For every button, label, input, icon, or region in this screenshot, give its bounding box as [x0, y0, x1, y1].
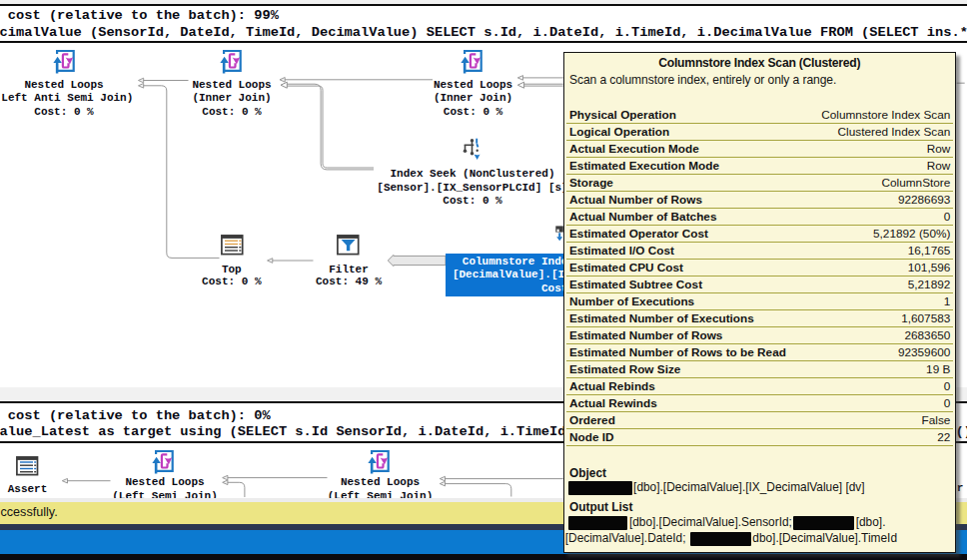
nested-loops-icon: [153, 448, 177, 474]
taskbar-black: [0, 554, 967, 560]
tooltip-row-separator: [566, 191, 954, 192]
tooltip-row-separator: [566, 326, 954, 327]
tooltip-output-part4: dbo].[DecimalValue].TimeId: [752, 531, 897, 545]
tooltip-row-label: Estimated Subtree Cost: [569, 278, 702, 291]
tooltip-description: Scan a columnstore index, entirely or on…: [569, 73, 836, 87]
tooltip-row-value: 19 B: [926, 362, 950, 376]
assert-icon: [16, 456, 39, 476]
tooltip-row-separator: [566, 259, 954, 260]
tooltip-row-value: 0: [944, 210, 951, 224]
tooltip-row-value: Clustered Index Scan: [838, 125, 951, 139]
tooltip-row-label: Actual Number of Rows: [569, 193, 702, 207]
nested-loops-icon: [462, 48, 485, 74]
tooltip-row-value: 5,21892 (50%): [873, 227, 950, 241]
tooltip-row-value: 2683650: [904, 328, 950, 342]
tooltip-row-label: Estimated Number of Rows to be Read: [569, 345, 786, 359]
operator-tooltip: Columnstore Index Scan (Clustered) Scan …: [563, 52, 956, 554]
tooltip-row-value: ColumnStore: [882, 176, 951, 190]
tooltip-row-label: Ordered: [569, 413, 615, 427]
redaction-box: [793, 516, 854, 530]
tooltip-row-label: Estimated I/O Cost: [569, 244, 674, 258]
tooltip-row-label: Estimated CPU Cost: [569, 261, 683, 275]
tooltip-row-value: 92359600: [898, 345, 951, 359]
tooltip-row-value: 0: [944, 379, 951, 393]
tooltip-row-value: Row: [927, 159, 951, 173]
execution-plan-window: cost (relative to the batch): 99% cimalV…: [0, 0, 967, 560]
tooltip-row-value: 101,596: [908, 261, 951, 275]
tooltip-row-value: Row: [927, 142, 951, 156]
tooltip-row-label: Estimated Operator Cost: [569, 227, 708, 241]
tooltip-row-separator: [566, 242, 954, 243]
filter-icon: [337, 235, 360, 256]
tooltip-row-value: Columnstore Index Scan: [821, 108, 950, 122]
tooltip-row-separator: [566, 276, 954, 277]
tooltip-row-value: 1,607583: [901, 311, 950, 325]
tooltip-row-value: 5,21892: [908, 278, 951, 291]
tooltip-object-value: [dbo].[DecimalValue].[IX_DecimalValue] […: [633, 480, 865, 494]
tooltip-row-separator: [566, 360, 954, 361]
index-seek-icon: [460, 134, 486, 162]
tooltip-row-separator: [566, 343, 954, 344]
tooltip-row-label: Actual Rewinds: [569, 396, 657, 410]
tooltip-row-label: Estimated Number of Executions: [569, 311, 754, 325]
nested-loops-icon: [221, 48, 245, 74]
hidden-node-label-fragment: r: [957, 482, 964, 494]
tooltip-row-label: Estimated Execution Mode: [569, 159, 719, 173]
tooltip-row-separator: [566, 411, 954, 412]
redaction-box: [568, 516, 627, 530]
tooltip-row-label: Storage: [569, 176, 613, 190]
tooltip-row-separator: [566, 292, 954, 293]
tooltip-row-separator: [566, 174, 954, 175]
thick-row-arrow: [388, 255, 446, 266]
nested-loops-icon: [369, 448, 393, 474]
nested-loops-icon: [54, 48, 78, 74]
top-icon: [221, 235, 244, 256]
tooltip-row-label: Actual Rebinds: [569, 379, 655, 393]
status-message: ccessfully.: [1, 505, 58, 519]
tooltip-row-value: 22: [937, 430, 950, 444]
tooltip-row-label: Node ID: [569, 430, 614, 444]
tooltip-row-value: 1: [944, 294, 951, 308]
tooltip-row-separator: [566, 309, 954, 310]
tooltip-row-separator: [566, 394, 954, 395]
tooltip-row-separator: [566, 157, 954, 158]
tooltip-row-value: 0: [944, 396, 951, 410]
tooltip-output-part2: [dbo].: [856, 515, 886, 529]
tooltip-row-separator: [566, 225, 954, 226]
tooltip-row-value: 16,1765: [908, 244, 951, 258]
redaction-box: [568, 481, 632, 495]
tooltip-row-separator: [566, 140, 954, 141]
tooltip-row-label: Actual Execution Mode: [569, 142, 699, 156]
tooltip-row-separator: [566, 123, 954, 124]
tooltip-row-separator: [566, 377, 954, 378]
tooltip-row-label: Number of Executions: [569, 294, 694, 308]
tooltip-row-value: 92286693: [898, 193, 951, 207]
tooltip-row-separator: [566, 445, 954, 446]
tooltip-row-label: Estimated Row Size: [569, 362, 680, 376]
tooltip-row-separator: [566, 208, 954, 209]
tooltip-output-heading: Output List: [569, 500, 632, 514]
tooltip-row-label: Logical Operation: [569, 125, 669, 139]
tooltip-object-heading: Object: [569, 466, 606, 480]
tooltip-row-label: Actual Number of Batches: [569, 210, 717, 224]
tooltip-output-part1: [dbo].[DecimalValue].SensorId;: [629, 515, 792, 529]
tooltip-output-part3: [DecimalValue].DateId;: [565, 531, 686, 545]
tooltip-title: Columnstore Index Scan (Clustered): [564, 56, 955, 70]
tooltip-row-label: Physical Operation: [569, 108, 676, 122]
tooltip-row-separator: [566, 428, 954, 429]
redaction-box: [690, 532, 751, 546]
tooltip-row-label: Estimated Number of Rows: [569, 328, 722, 342]
tooltip-row-value: False: [922, 413, 951, 427]
